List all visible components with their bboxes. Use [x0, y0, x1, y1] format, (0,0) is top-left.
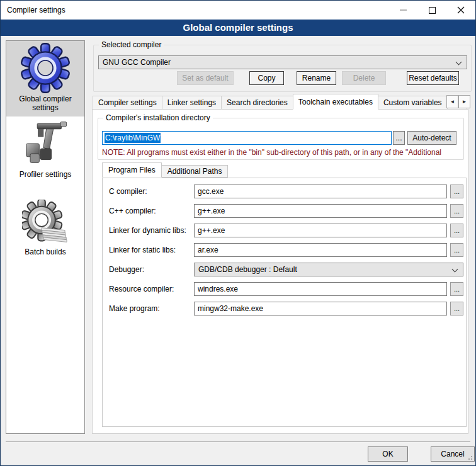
profiler-caliper-icon: [20, 118, 71, 169]
compiler-settings-dialog: Compiler settings Global compiler settin…: [0, 0, 476, 466]
toolchain-row: C compiler: ...: [103, 185, 466, 198]
tab-scroll-right-button[interactable]: ►: [458, 95, 470, 108]
minimize-button[interactable]: [388, 1, 417, 20]
field-label: C++ compiler:: [109, 204, 156, 218]
field-input-wrap: [194, 243, 447, 257]
set-as-default-button[interactable]: Set as default: [177, 71, 234, 85]
field-label: C compiler:: [109, 185, 147, 198]
toolchain-row: Linker for static libs: ...: [103, 243, 466, 257]
minimize-icon: [400, 9, 407, 11]
bin-subdirectory-note: NOTE: All programs must exist either in …: [102, 148, 456, 157]
close-icon: [457, 6, 465, 14]
maximize-button[interactable]: [417, 1, 446, 20]
window-title: Compiler settings: [1, 6, 65, 14]
field-input[interactable]: [194, 282, 447, 296]
field-label: Linker for static libs:: [109, 243, 176, 257]
dialog-body: Global compiler settings: [1, 36, 475, 465]
browse-button[interactable]: ...: [450, 185, 463, 198]
field-input-wrap: [194, 185, 447, 198]
arrow-left-icon: ◄: [450, 99, 455, 105]
compiler-settings-tabs: Compiler settings Linker settings Search…: [93, 95, 467, 110]
tab-custom-variables[interactable]: Custom variables: [378, 96, 448, 110]
browse-button[interactable]: ...: [450, 224, 463, 237]
field-input-wrap: [194, 302, 447, 315]
subtab-additional-paths[interactable]: Additional Paths: [161, 165, 229, 178]
cancel-button[interactable]: Cancel: [431, 446, 475, 462]
toolchain-row: Linker for dynamic libs: ...: [103, 224, 466, 237]
dialog-banner: Global compiler settings: [1, 20, 475, 36]
maximize-icon: [429, 7, 436, 14]
toolchain-row: Resource compiler: ...: [103, 282, 466, 296]
selected-compiler-group-label: Selected compiler: [99, 40, 164, 49]
field-input-wrap: [194, 204, 447, 218]
resize-grip[interactable]: [471, 461, 472, 462]
reset-defaults-button[interactable]: Reset defaults: [407, 71, 459, 85]
sidebar-item-profiler-settings[interactable]: Profiler settings: [6, 118, 84, 181]
toolchain-row: Debugger: GDB/CDB debugger : Default: [103, 263, 466, 276]
settings-category-list: Global compiler settings: [6, 40, 85, 434]
field-input[interactable]: [194, 185, 447, 198]
tab-search-directories[interactable]: Search directories: [221, 96, 293, 110]
compiler-select-combo[interactable]: GNU GCC Compiler: [98, 55, 467, 69]
sidebar-item-global-compiler-settings[interactable]: Global compiler settings: [6, 41, 84, 116]
footer-separator: [6, 441, 470, 442]
browse-button[interactable]: ...: [450, 243, 463, 257]
rename-button[interactable]: Rename: [297, 71, 336, 85]
delete-button[interactable]: Delete: [342, 71, 386, 85]
field-label: Resource compiler:: [109, 282, 174, 296]
sidebar-item-label: Profiler settings: [6, 169, 84, 179]
titlebar: Compiler settings: [1, 1, 475, 20]
blue-gear-icon: [20, 43, 71, 93]
batch-builds-gear-stack-icon: [22, 200, 69, 246]
auto-detect-button[interactable]: Auto-detect: [407, 131, 456, 145]
arrow-right-icon: ►: [462, 99, 467, 105]
field-combo-value: GDB/CDB debugger : Default: [198, 265, 297, 274]
toolchain-row: C++ compiler: ...: [103, 204, 466, 218]
installation-directory-value: C:\raylib\MinGW: [105, 133, 161, 143]
sidebar-item-label: Global compiler settings: [6, 93, 84, 112]
toolchain-row: Make program: ...: [103, 302, 466, 315]
browse-button[interactable]: ...: [450, 302, 463, 315]
field-input-wrap: [194, 282, 447, 296]
toolchain-subtabs: Program Files Additional Paths: [102, 164, 227, 178]
compiler-select-value: GNU GCC Compiler: [103, 58, 171, 67]
field-combo[interactable]: GDB/CDB debugger : Default: [194, 263, 463, 276]
field-label: Linker for dynamic libs:: [109, 224, 186, 237]
tab-toolchain-executables[interactable]: Toolchain executables: [293, 94, 378, 110]
subtab-program-files[interactable]: Program Files: [102, 162, 162, 178]
sidebar-item-batch-builds[interactable]: Batch builds: [6, 200, 84, 259]
toolchain-executables-panel: Compiler's installation directory C:\ray…: [92, 109, 468, 434]
tab-linker-settings[interactable]: Linker settings: [162, 96, 222, 110]
field-input-wrap: [194, 224, 447, 237]
ok-button[interactable]: OK: [368, 446, 408, 462]
tab-scroll-left-button[interactable]: ◄: [446, 95, 458, 108]
tab-compiler-settings[interactable]: Compiler settings: [93, 96, 162, 110]
field-input[interactable]: [194, 302, 447, 315]
chevron-down-icon: [452, 266, 458, 273]
field-input[interactable]: [194, 204, 447, 218]
installation-directory-group-label: Compiler's installation directory: [103, 113, 213, 122]
copy-button[interactable]: Copy: [249, 71, 284, 85]
field-label: Make program:: [109, 302, 160, 315]
window-controls: [388, 1, 475, 20]
field-label: Debugger:: [109, 263, 144, 276]
installation-directory-browse-button[interactable]: ...: [393, 131, 405, 145]
field-input[interactable]: [194, 224, 447, 237]
sidebar-item-label: Batch builds: [6, 246, 84, 256]
installation-directory-input[interactable]: C:\raylib\MinGW: [102, 131, 392, 145]
chevron-down-icon: [456, 59, 462, 65]
program-files-pane: C compiler: ... C++ compiler: ... Linker…: [102, 178, 467, 427]
browse-button[interactable]: ...: [450, 282, 463, 296]
field-input[interactable]: [194, 243, 447, 257]
close-button[interactable]: [446, 1, 475, 20]
browse-button[interactable]: ...: [450, 204, 463, 218]
